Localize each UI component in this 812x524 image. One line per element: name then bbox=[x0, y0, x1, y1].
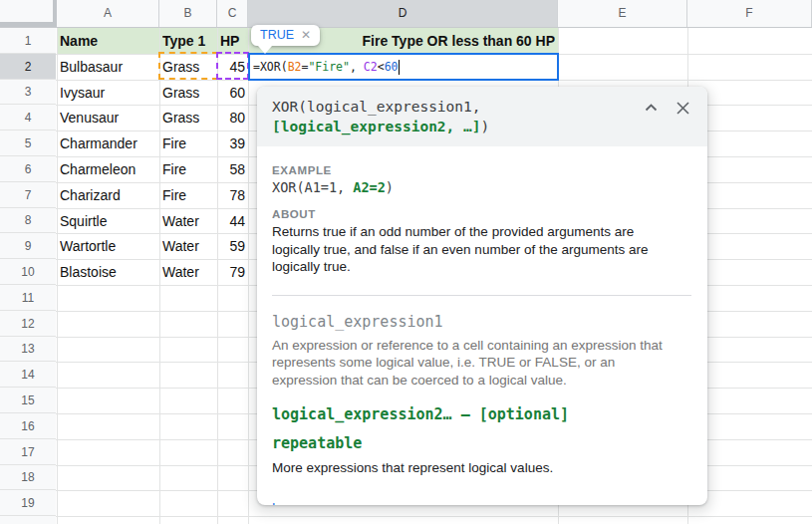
column-header-f[interactable]: F bbox=[687, 0, 812, 27]
example-part1: XOR(A1=1, bbox=[272, 179, 353, 195]
example-label: EXAMPLE bbox=[272, 164, 691, 176]
syntax-line1: XOR(logical_expression1, bbox=[272, 99, 481, 115]
cell-name-row7[interactable]: Charizard bbox=[60, 182, 158, 208]
cell-name-row2[interactable]: Bulbasaur bbox=[60, 54, 158, 80]
formula-result-tooltip: TRUE ✕ bbox=[251, 25, 320, 46]
formula-token-string: "Fire" bbox=[308, 60, 350, 74]
row-header-17[interactable]: 17 bbox=[0, 439, 56, 465]
formula-token-comma: , bbox=[350, 60, 364, 74]
cell-hp-row6[interactable]: 58 bbox=[217, 156, 245, 182]
row-header-7[interactable]: 7 bbox=[0, 182, 56, 208]
param1-description: An expression or reference to a cell con… bbox=[272, 337, 678, 390]
grid-hline bbox=[0, 516, 812, 517]
about-label: ABOUT bbox=[272, 208, 691, 220]
function-syntax-header: XOR(logical_expression1, [logical_expres… bbox=[257, 87, 707, 146]
text-cursor bbox=[399, 60, 400, 75]
cell-hp-row7[interactable]: 78 bbox=[217, 182, 245, 208]
spreadsheet: Name Type 1 HP Fire Type OR less than 60… bbox=[0, 0, 812, 524]
row-header-19[interactable]: 19 bbox=[0, 490, 56, 516]
formula-token-function: =XOR( bbox=[253, 60, 288, 74]
row-header-10[interactable]: 10 bbox=[0, 259, 56, 285]
row-header-16[interactable]: 16 bbox=[0, 413, 56, 439]
example-part3: ) bbox=[386, 179, 394, 195]
row-header-4[interactable]: 4 bbox=[0, 105, 56, 131]
cell-name-row4[interactable]: Venusaur bbox=[60, 105, 158, 131]
grid-vline bbox=[159, 28, 160, 524]
row-header-13[interactable]: 13 bbox=[0, 337, 56, 362]
formula-token-number: 60 bbox=[385, 60, 399, 74]
cell-type-row5[interactable]: Fire bbox=[162, 131, 216, 156]
cell-hp-row9[interactable]: 59 bbox=[217, 233, 245, 259]
column-header-b[interactable]: B bbox=[159, 0, 217, 27]
cell-type-row8[interactable]: Water bbox=[162, 208, 216, 234]
cell-hp-row4[interactable]: 80 bbox=[217, 105, 245, 131]
cell-hp-row5[interactable]: 39 bbox=[217, 131, 245, 156]
formula-token-ref2: C2 bbox=[364, 60, 378, 74]
cell-A1[interactable]: Name bbox=[60, 28, 158, 54]
row-header-1[interactable]: 1 bbox=[0, 28, 56, 54]
syntax-close-paren: ) bbox=[481, 119, 490, 134]
row-gutter: 1234567891011121314151617181920 bbox=[0, 0, 56, 524]
example-highlighted-arg: A2=2 bbox=[353, 179, 386, 195]
formula-editor-cell-d2[interactable]: =XOR(B2="Fire", C2<60 bbox=[248, 53, 559, 81]
collapse-chevron-icon[interactable] bbox=[642, 99, 660, 117]
formula-result-value: TRUE bbox=[260, 28, 294, 42]
column-header-bar: A B C D E F bbox=[0, 0, 812, 28]
formula-token-op2: < bbox=[378, 60, 385, 74]
cell-type-row3[interactable]: Grass bbox=[162, 80, 216, 106]
cell-type-row9[interactable]: Water bbox=[162, 233, 216, 259]
column-header-a[interactable]: A bbox=[57, 0, 159, 27]
select-all-corner[interactable] bbox=[0, 0, 57, 27]
formula-token-ref1: B2 bbox=[288, 60, 302, 74]
reference-highlight-B2 bbox=[158, 52, 218, 80]
row-header-6[interactable]: 6 bbox=[0, 156, 56, 182]
function-help-body: EXAMPLE XOR(A1=1, A2=2) ABOUT Returns tr… bbox=[257, 146, 707, 505]
cell-name-row10[interactable]: Blastoise bbox=[60, 259, 158, 285]
row-header-9[interactable]: 9 bbox=[0, 233, 56, 259]
cell-name-row6[interactable]: Charmeleon bbox=[60, 156, 158, 182]
formula-token-op1: = bbox=[301, 60, 308, 74]
row-header-3[interactable]: 3 bbox=[0, 80, 56, 105]
cell-hp-row8[interactable]: 44 bbox=[217, 208, 245, 234]
cell-name-row5[interactable]: Charmander bbox=[60, 131, 158, 156]
column-header-c[interactable]: C bbox=[217, 0, 248, 27]
cell-name-row8[interactable]: Squirtle bbox=[60, 208, 158, 234]
grid-vline bbox=[248, 28, 249, 524]
row-header-20[interactable]: 20 bbox=[0, 516, 56, 524]
row-header-18[interactable]: 18 bbox=[0, 465, 56, 490]
param2-name: logical_expression2… – [optional] bbox=[272, 405, 691, 423]
param1-name: logical_expression1 bbox=[272, 313, 691, 331]
divider bbox=[272, 295, 691, 296]
cell-type-row10[interactable]: Water bbox=[162, 259, 216, 285]
cell-hp-row3[interactable]: 60 bbox=[217, 80, 245, 106]
example-code: XOR(A1=1, A2=2) bbox=[272, 179, 691, 195]
column-header-e[interactable]: E bbox=[558, 0, 687, 27]
close-icon[interactable] bbox=[674, 99, 691, 117]
column-header-d[interactable]: D bbox=[248, 0, 558, 27]
reference-highlight-C2 bbox=[216, 52, 249, 80]
cell-type-row4[interactable]: Grass bbox=[162, 105, 216, 131]
tooltip-close-icon[interactable]: ✕ bbox=[301, 28, 311, 42]
tooltip-tail bbox=[258, 46, 272, 54]
cell-type-row7[interactable]: Fire bbox=[162, 182, 216, 208]
param2-description: More expressions that represent logical … bbox=[272, 459, 691, 477]
row-header-12[interactable]: 12 bbox=[0, 311, 56, 337]
about-text: Returns true if an odd number of the pro… bbox=[272, 223, 678, 276]
cell-C1[interactable]: HP bbox=[220, 28, 247, 54]
cell-name-row9[interactable]: Wartortle bbox=[60, 233, 158, 259]
row-header-2[interactable]: 2 bbox=[0, 54, 56, 80]
row-header-5[interactable]: 5 bbox=[0, 131, 56, 156]
param2-repeatable-tag: repeatable bbox=[272, 434, 691, 452]
row-header-15[interactable]: 15 bbox=[0, 388, 56, 413]
row-header-8[interactable]: 8 bbox=[0, 208, 56, 233]
cell-name-row3[interactable]: Ivysaur bbox=[60, 80, 158, 106]
row-header-14[interactable]: 14 bbox=[0, 362, 56, 388]
function-help-popup: XOR(logical_expression1, [logical_expres… bbox=[257, 87, 707, 505]
row-header-11[interactable]: 11 bbox=[0, 285, 56, 311]
syntax-optional-arg: [logical_expression2, …] bbox=[272, 119, 481, 134]
learn-more-link[interactable]: Learn more bbox=[272, 500, 341, 506]
grid-vline bbox=[57, 28, 58, 524]
cell-hp-row10[interactable]: 79 bbox=[217, 259, 245, 285]
cell-B1[interactable]: Type 1 bbox=[162, 28, 216, 54]
cell-type-row6[interactable]: Fire bbox=[162, 156, 216, 182]
